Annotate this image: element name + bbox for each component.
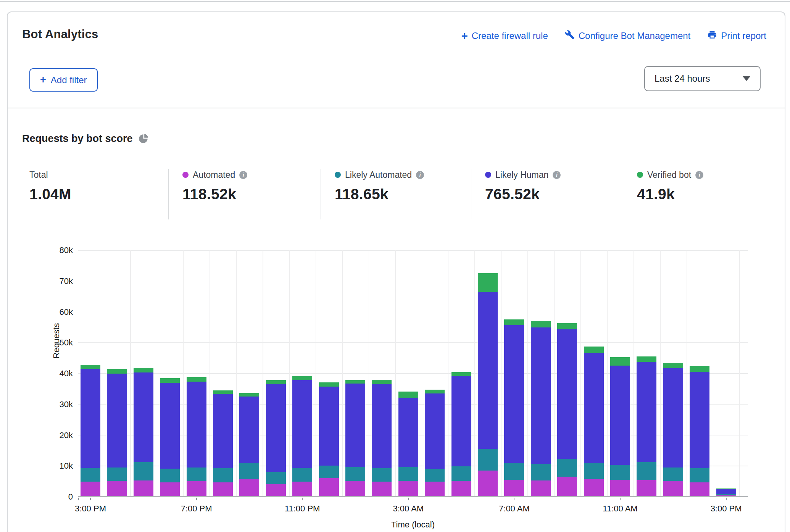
stat-value-total: 1.04M xyxy=(29,186,168,203)
bar-11-00-pm[interactable] xyxy=(292,376,312,496)
bar-segment-verified-bot xyxy=(345,380,365,384)
bar-segment-likely-human xyxy=(345,384,365,467)
stat-tile-likely-automated: Likely Automated i 118.65k xyxy=(321,169,471,219)
bar-segment-likely-automated xyxy=(266,472,286,484)
info-icon[interactable]: i xyxy=(695,171,703,179)
bar-segment-likely-human xyxy=(504,325,524,463)
bar-6-00-pm[interactable] xyxy=(160,378,180,496)
bar-6-00-am[interactable] xyxy=(478,273,498,496)
bar-segment-likely-automated xyxy=(239,463,259,479)
bar-segment-likely-human xyxy=(213,394,233,468)
bar-segment-likely-human xyxy=(690,372,709,469)
configure-bot-management-label: Configure Bot Management xyxy=(579,31,691,41)
bar-10-00-pm[interactable] xyxy=(266,380,286,496)
bar-4-00-am[interactable] xyxy=(425,390,445,496)
x-tick xyxy=(726,498,727,500)
bar-segment-verified-bot xyxy=(372,380,392,384)
configure-bot-management-link[interactable]: Configure Bot Management xyxy=(565,30,691,42)
bar-segment-automated xyxy=(160,482,180,496)
bar-segment-likely-automated xyxy=(637,462,656,480)
x-gridline xyxy=(183,250,184,496)
info-icon[interactable]: i xyxy=(239,171,247,179)
bar-10-00-am[interactable] xyxy=(584,347,604,496)
x-tick-label: 7:00 AM xyxy=(484,504,545,514)
time-range-select[interactable]: Last 24 hours xyxy=(644,66,761,91)
bar-segment-automated xyxy=(213,482,233,496)
bar-3-00-pm[interactable] xyxy=(81,365,100,496)
bar-3-00-am[interactable] xyxy=(398,392,418,496)
y-tick-label: 10k xyxy=(46,461,73,471)
bar-2-00-am[interactable] xyxy=(372,380,392,496)
bar-4-00-pm[interactable] xyxy=(107,369,127,496)
bar-segment-verified-bot xyxy=(690,366,709,372)
bar-segment-likely-automated xyxy=(345,467,365,481)
info-icon[interactable]: i xyxy=(416,171,424,179)
bar-segment-automated xyxy=(81,482,100,496)
bar-7-00-pm[interactable] xyxy=(187,377,206,496)
bar-segment-automated xyxy=(107,481,127,496)
bar-segment-likely-human xyxy=(451,376,471,466)
stat-tile-total: Total 1.04M xyxy=(29,169,168,219)
bar-1-00-am[interactable] xyxy=(345,380,365,496)
bar-9-00-pm[interactable] xyxy=(239,393,259,496)
bar-12-00-am[interactable] xyxy=(319,382,339,496)
printer-icon xyxy=(707,30,717,42)
x-gridline xyxy=(554,250,555,496)
x-tick xyxy=(302,498,303,500)
bar-segment-likely-human xyxy=(239,397,259,463)
header-actions: + Create firewall rule Configure Bot Man… xyxy=(461,30,766,42)
bar-segment-verified-bot xyxy=(531,321,551,327)
requests-by-bot-score-chart: 010k20k30k40k50k60k70k80k3:00 PM7:00 PM1… xyxy=(78,250,748,497)
bar-segment-verified-bot xyxy=(239,393,259,397)
x-tick-label: 3:00 PM xyxy=(696,504,757,514)
info-icon[interactable]: i xyxy=(553,171,561,179)
bar-segment-automated xyxy=(663,481,683,496)
bar-2-00-pm[interactable] xyxy=(690,366,709,496)
stat-tile-verified-bot: Verified bot i 41.9k xyxy=(623,169,760,219)
x-gridline xyxy=(527,250,528,496)
stat-tile-automated: Automated i 118.52k xyxy=(168,169,321,219)
bar-segment-likely-human xyxy=(134,372,153,462)
x-gridline xyxy=(634,250,634,496)
print-report-link[interactable]: Print report xyxy=(707,30,766,42)
bar-8-00-pm[interactable] xyxy=(213,390,233,496)
bar-segment-automated xyxy=(690,482,709,496)
bar-8-00-am[interactable] xyxy=(531,321,551,496)
bar-segment-automated xyxy=(372,482,392,496)
x-gridline xyxy=(607,250,608,496)
stat-label-likely-human: Likely Human xyxy=(495,170,548,180)
bar-segment-automated xyxy=(716,495,736,496)
bar-segment-likely-automated xyxy=(557,459,577,477)
bar-9-00-am[interactable] xyxy=(557,323,577,496)
bar-7-00-am[interactable] xyxy=(504,319,524,496)
bar-12-00-pm[interactable] xyxy=(637,356,656,496)
y-tick-label: 50k xyxy=(46,338,73,348)
bar-segment-verified-bot xyxy=(398,392,418,397)
y-gridline xyxy=(78,312,748,313)
bar-segment-verified-bot xyxy=(81,365,100,369)
bar-segment-verified-bot xyxy=(266,380,286,384)
bar-3-00-pm[interactable] xyxy=(716,488,736,496)
add-filter-button[interactable]: + Add filter xyxy=(29,68,98,92)
bar-segment-automated xyxy=(239,479,259,496)
bar-segment-likely-human xyxy=(398,398,418,467)
bar-segment-likely-automated xyxy=(398,467,418,481)
bar-segment-likely-human xyxy=(292,380,312,468)
x-axis-origin-tick xyxy=(78,498,79,500)
bar-1-00-pm[interactable] xyxy=(663,363,683,496)
stat-value-likely-automated: 118.65k xyxy=(335,186,471,203)
bar-segment-verified-bot xyxy=(610,357,630,366)
bar-segment-likely-automated xyxy=(134,462,153,480)
bar-segment-likely-automated xyxy=(187,468,206,481)
bar-11-00-am[interactable] xyxy=(610,357,630,496)
bar-segment-automated xyxy=(584,479,604,496)
automated-legend-dot xyxy=(182,172,189,178)
create-firewall-rule-link[interactable]: + Create firewall rule xyxy=(461,31,548,42)
bar-5-00-am[interactable] xyxy=(451,372,471,496)
bar-segment-automated xyxy=(292,482,312,496)
bar-segment-automated xyxy=(398,481,418,496)
x-gridline xyxy=(342,250,343,496)
stat-value-verified-bot: 41.9k xyxy=(637,186,760,203)
bar-segment-verified-bot xyxy=(557,323,577,329)
bar-5-00-pm[interactable] xyxy=(134,368,153,496)
